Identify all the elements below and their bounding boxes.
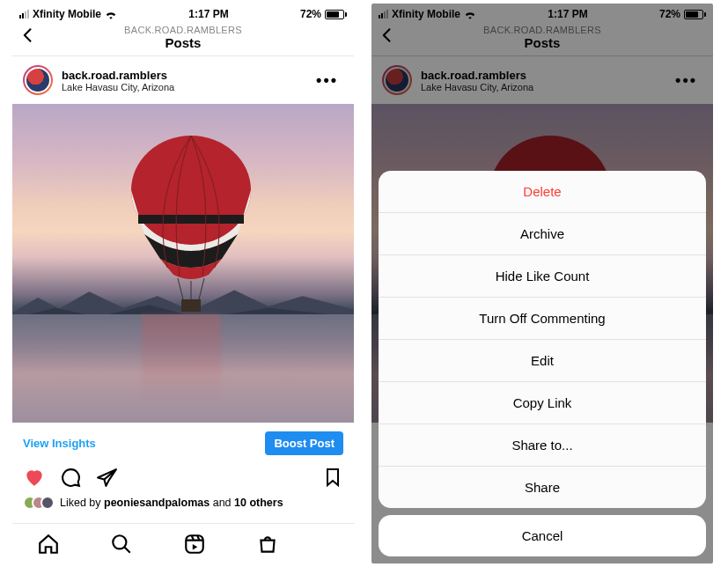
insights-row: View Insights Boost Post xyxy=(12,423,354,462)
nav-header: BACK.ROAD.RAMBLERS Posts xyxy=(12,23,354,56)
signal-icon xyxy=(19,10,29,18)
boost-post-button[interactable]: Boost Post xyxy=(265,431,343,455)
sheet-item-archive[interactable]: Archive xyxy=(379,212,706,254)
clock-label: 1:17 PM xyxy=(188,8,228,20)
view-insights-link[interactable]: View Insights xyxy=(23,437,96,450)
status-left: Xfinity Mobile xyxy=(19,8,117,20)
likes-row[interactable]: Liked by peoniesandpalomas and 10 others xyxy=(12,494,354,512)
sheet-item-hide-likes[interactable]: Hide Like Count xyxy=(379,254,706,297)
like-avatars xyxy=(23,496,55,510)
likes-text: Liked by peoniesandpalomas and 10 others xyxy=(60,497,283,509)
tab-profile[interactable] xyxy=(326,541,333,548)
phone-right: Xfinity Mobile 1:17 PM 72% BACK.ROAD.RAM… xyxy=(371,4,713,563)
post-header: back.road.ramblers Lake Havasu City, Ari… xyxy=(12,56,354,104)
post-image[interactable] xyxy=(12,104,354,423)
sheet-item-share[interactable]: Share xyxy=(379,466,706,508)
tab-reels[interactable] xyxy=(180,529,210,559)
like-button[interactable] xyxy=(23,466,46,489)
battery-pct-label: 72% xyxy=(300,8,321,20)
carrier-label: Xfinity Mobile xyxy=(33,8,101,20)
sheet-cancel-button[interactable]: Cancel xyxy=(379,515,706,556)
svg-point-6 xyxy=(113,535,126,549)
sheet-item-turn-off-commenting[interactable]: Turn Off Commenting xyxy=(379,297,706,339)
page-title: Posts xyxy=(12,35,354,50)
location-label: Lake Havasu City, Arizona xyxy=(62,82,302,92)
avatar[interactable] xyxy=(23,65,53,95)
svg-rect-5 xyxy=(181,299,201,312)
svg-line-2 xyxy=(178,278,183,299)
username-label: back.road.ramblers xyxy=(62,69,302,82)
sheet-item-share-to[interactable]: Share to... xyxy=(379,423,706,466)
back-button[interactable] xyxy=(19,26,37,44)
share-button[interactable] xyxy=(96,467,118,489)
svg-line-7 xyxy=(124,547,130,553)
user-block[interactable]: back.road.ramblers Lake Havasu City, Ari… xyxy=(62,69,302,92)
action-sheet-group: Delete Archive Hide Like Count Turn Off … xyxy=(379,171,706,508)
tab-shop[interactable] xyxy=(253,529,283,559)
action-sheet-cancel-group: Cancel xyxy=(379,515,706,556)
action-sheet: Delete Archive Hide Like Count Turn Off … xyxy=(379,171,706,556)
balloon-image xyxy=(125,136,257,320)
tab-bar xyxy=(12,523,354,563)
battery-icon xyxy=(325,10,347,19)
svg-point-0 xyxy=(131,136,251,245)
svg-rect-8 xyxy=(186,535,203,553)
sheet-item-edit[interactable]: Edit xyxy=(379,339,706,381)
svg-rect-1 xyxy=(138,215,244,224)
phone-left: Xfinity Mobile 1:17 PM 72% BACK.ROAD.RAM… xyxy=(12,4,354,563)
actions-row xyxy=(12,462,354,494)
save-button[interactable] xyxy=(322,467,343,488)
status-bar: Xfinity Mobile 1:17 PM 72% xyxy=(12,4,354,23)
tab-home[interactable] xyxy=(33,529,63,559)
more-options-button[interactable]: ••• xyxy=(311,68,343,93)
sheet-item-copy-link[interactable]: Copy Link xyxy=(379,381,706,423)
wifi-icon xyxy=(105,10,117,19)
svg-line-3 xyxy=(199,278,204,299)
tab-search[interactable] xyxy=(107,529,136,559)
breadcrumb: BACK.ROAD.RAMBLERS xyxy=(12,25,354,35)
sheet-item-delete[interactable]: Delete xyxy=(379,171,706,212)
status-right: 72% xyxy=(300,8,347,20)
comment-button[interactable] xyxy=(60,467,82,489)
